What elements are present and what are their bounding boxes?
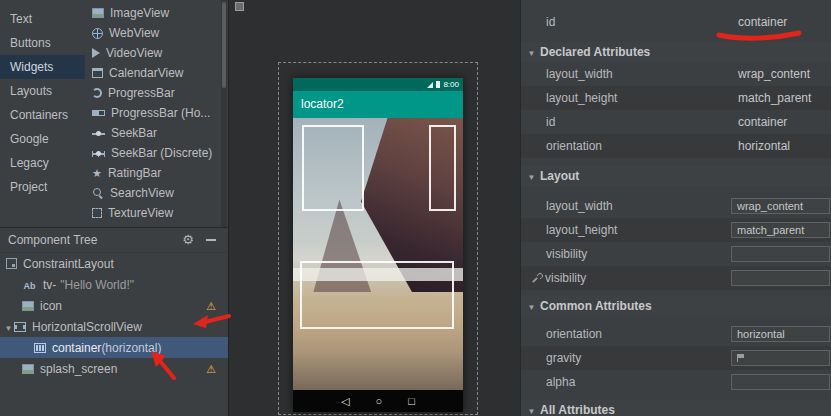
palette-category-legacy[interactable]: Legacy xyxy=(0,151,85,175)
palette-item-label: SeekBar (Discrete) xyxy=(111,146,212,160)
palette-item-videoview[interactable]: VideoView xyxy=(85,43,221,63)
attr-value-combobox[interactable] xyxy=(731,246,830,262)
signal-icon xyxy=(427,82,433,88)
attr-label: layout_height xyxy=(546,86,617,110)
palette-scrollbar-thumb[interactable] xyxy=(222,2,226,88)
tree-item-splash-screen[interactable]: splash_screen xyxy=(0,358,228,379)
search-icon xyxy=(92,187,104,199)
attr-value[interactable]: horizontal xyxy=(738,134,790,158)
attr-label: visibility xyxy=(546,242,587,266)
hide-panel-icon[interactable] xyxy=(206,239,216,241)
attr-row-gravity: gravity xyxy=(521,346,831,370)
attributes-panel: id container Declared Attributes layout_… xyxy=(520,0,831,416)
attr-label: id xyxy=(546,110,555,134)
attr-value-combobox[interactable]: match_parent xyxy=(731,222,830,238)
design-surface-icon[interactable] xyxy=(235,2,244,11)
calendarview-icon xyxy=(92,68,103,78)
battery-icon xyxy=(436,81,440,88)
ratingbar-star-icon xyxy=(92,166,102,180)
palette-item-ratingbar[interactable]: RatingBar xyxy=(85,163,221,183)
section-header-layout[interactable]: Layout xyxy=(521,166,831,186)
preview-photo[interactable] xyxy=(293,118,463,390)
combo-value: horizontal xyxy=(737,328,785,340)
tree-item-constraintlayout[interactable]: ConstraintLayout xyxy=(0,253,228,274)
palette-category-containers[interactable]: Containers xyxy=(0,103,85,127)
attr-value-combobox[interactable]: wrap_content xyxy=(731,198,830,214)
tree-item-text: "Hello World!" xyxy=(60,278,134,292)
view-outline-3[interactable] xyxy=(300,261,454,329)
palette-scrollbar[interactable] xyxy=(221,0,227,227)
tree-item-tv[interactable]: tv- "Hello World!" xyxy=(0,274,228,295)
imageview-icon xyxy=(92,8,104,18)
palette-item-label: ImageView xyxy=(110,6,169,20)
tree-item-suffix: (horizontal) xyxy=(101,341,161,355)
palette-item-imageview[interactable]: ImageView xyxy=(85,3,221,23)
chevron-down-icon[interactable] xyxy=(3,320,14,334)
view-outline-2[interactable] xyxy=(429,125,456,211)
palette-item-label: SeekBar xyxy=(111,126,157,140)
attr-value-combobox[interactable] xyxy=(731,374,830,390)
section-title: Layout xyxy=(540,169,579,183)
palette-item-calendarview[interactable]: CalendarView xyxy=(85,63,221,83)
tree-item-label: container xyxy=(52,341,101,355)
wrench-icon xyxy=(532,273,542,283)
section-common-attributes: orientation horizontal gravity alpha xyxy=(521,322,831,394)
section-header-common-attributes[interactable]: Common Attributes xyxy=(521,296,831,316)
attr-value[interactable]: match_parent xyxy=(738,86,811,110)
palette-category-project[interactable]: Project xyxy=(0,175,85,199)
component-tree-title: Component Tree xyxy=(0,233,97,247)
palette-category-widgets[interactable]: Widgets xyxy=(0,55,85,79)
gear-icon[interactable] xyxy=(182,233,194,247)
palette-category-google[interactable]: Google xyxy=(0,127,85,151)
palette-item-seekbar-discrete[interactable]: SeekBar (Discrete) xyxy=(85,143,221,163)
attr-row-alpha: alpha xyxy=(521,370,831,394)
warning-icon[interactable] xyxy=(206,362,216,376)
section-title: Common Attributes xyxy=(540,299,652,313)
palette-item-progressbar-horizontal[interactable]: ProgressBar (Ho... xyxy=(85,103,221,123)
attr-row-id: id container xyxy=(521,10,831,34)
palette-category-text[interactable]: Text xyxy=(0,7,85,31)
attr-label: orientation xyxy=(546,134,602,158)
section-header-all-attributes[interactable]: All Attributes xyxy=(521,400,831,416)
attr-row-layout-width-combo: layout_width wrap_content xyxy=(521,194,831,218)
attr-label: layout_height xyxy=(546,218,617,242)
palette-item-progressbar[interactable]: ProgressBar xyxy=(85,83,221,103)
section-title: Declared Attributes xyxy=(540,45,650,59)
palette-category-layouts[interactable]: Layouts xyxy=(0,79,85,103)
attr-value-id[interactable]: container xyxy=(738,10,787,34)
warning-icon[interactable] xyxy=(206,299,216,313)
textureview-icon xyxy=(92,208,102,218)
attr-label: id xyxy=(546,10,555,34)
nav-home-icon xyxy=(376,394,383,408)
palette-item-textureview[interactable]: TextureView xyxy=(85,203,221,223)
attr-value[interactable]: container xyxy=(738,110,787,134)
imageview-icon xyxy=(22,364,34,374)
combo-value: wrap_content xyxy=(737,200,803,212)
chevron-down-icon xyxy=(526,169,537,183)
attr-row-layout-height: layout_height match_parent xyxy=(521,86,831,110)
tree-item-label: HorizontalScrollView xyxy=(32,320,142,334)
combo-value: match_parent xyxy=(737,224,804,236)
palette-category-list: Text Buttons Widgets Layouts Containers … xyxy=(0,0,85,227)
device-preview[interactable]: 8:00 locator2 xyxy=(293,78,463,412)
attr-value[interactable]: wrap_content xyxy=(738,62,810,86)
section-header-declared-attributes[interactable]: Declared Attributes xyxy=(521,42,831,62)
palette-item-label: SearchView xyxy=(110,186,174,200)
view-outline-1[interactable] xyxy=(302,125,364,211)
palette-category-buttons[interactable]: Buttons xyxy=(0,31,85,55)
attr-value-combobox[interactable] xyxy=(731,350,830,366)
palette-item-searchview[interactable]: SearchView xyxy=(85,183,221,203)
tree-item-container[interactable]: container(horizontal) xyxy=(0,337,228,358)
attr-value-combobox[interactable] xyxy=(731,270,830,286)
tree-item-horizontalscrollview[interactable]: HorizontalScrollView xyxy=(0,316,228,337)
constraintlayout-icon xyxy=(6,258,17,269)
app-action-bar: locator2 xyxy=(293,91,463,118)
status-bar-time: 8:00 xyxy=(443,80,459,89)
palette-item-seekbar[interactable]: SeekBar xyxy=(85,123,221,143)
textview-ab-icon xyxy=(22,278,37,292)
design-surface[interactable]: 8:00 locator2 xyxy=(228,0,520,416)
palette-widget-list: ImageView WebView VideoView CalendarView… xyxy=(85,0,221,227)
attr-value-combobox[interactable]: horizontal xyxy=(731,326,830,342)
tree-item-icon[interactable]: icon xyxy=(0,295,228,316)
palette-item-webview[interactable]: WebView xyxy=(85,23,221,43)
